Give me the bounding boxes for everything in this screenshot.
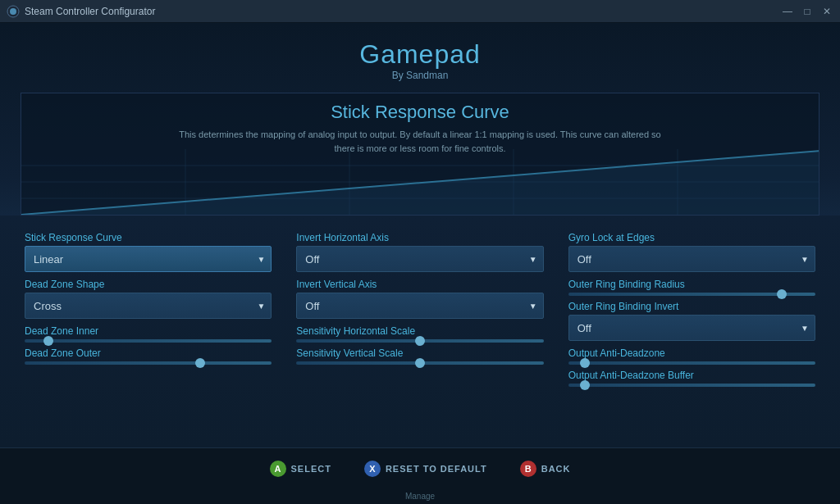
output-anti-deadzone-buffer-slider[interactable] — [568, 384, 815, 387]
invert-horizontal-axis-select[interactable]: Off On — [296, 246, 543, 272]
sensitivity-horizontal-scale-slider[interactable] — [296, 339, 543, 343]
output-anti-deadzone-label: Output Anti-Deadzone — [568, 347, 815, 359]
gyro-lock-at-edges-dropdown-wrapper: Off On ▼ — [568, 246, 815, 272]
stick-response-curve-label: Stick Response Curve — [25, 232, 272, 243]
gyro-lock-at-edges-label: Gyro Lock at Edges — [568, 232, 815, 243]
title-bar-text: Steam Controller Configurator — [25, 6, 776, 17]
output-anti-deadzone-buffer-wrapper — [568, 384, 815, 387]
settings-panel: Stick Response Curve Linear Aggressive R… — [0, 216, 840, 447]
outer-ring-binding-radius-wrapper — [568, 293, 815, 296]
reset-label: RESET TO DEFAULT — [386, 464, 487, 474]
title-bar: Steam Controller Configurator — □ ✕ — [0, 0, 840, 23]
svg-point-1 — [10, 8, 16, 15]
sensitivity-vertical-scale-label: Sensitivity Vertical Scale — [296, 347, 543, 359]
left-column: Stick Response Curve Linear Aggressive R… — [25, 232, 272, 439]
middle-column: Invert Horizontal Axis Off On ▼ Invert V… — [296, 232, 543, 439]
output-anti-deadzone-buffer-label: Output Anti-Deadzone Buffer — [568, 370, 815, 381]
outer-ring-binding-radius-label: Outer Ring Binding Radius — [568, 279, 815, 290]
maximize-button[interactable]: □ — [801, 5, 814, 18]
outer-ring-binding-invert-dropdown-wrapper: Off On ▼ — [568, 315, 815, 341]
back-label: BACK — [541, 464, 571, 474]
reset-icon: X — [364, 461, 381, 477]
game-subtitle: By Sandman — [359, 70, 481, 81]
minimize-button[interactable]: — — [781, 5, 794, 18]
sensitivity-horizontal-scale-wrapper — [296, 339, 543, 343]
game-title: Gamepad — [359, 39, 481, 70]
manage-text: Manage — [0, 488, 840, 504]
steam-icon — [7, 5, 20, 18]
dead-zone-inner-label: Dead Zone Inner — [25, 325, 272, 337]
invert-vertical-axis-select[interactable]: Off On — [296, 293, 543, 319]
sensitivity-vertical-scale-wrapper — [296, 361, 543, 365]
reset-action[interactable]: X RESET TO DEFAULT — [364, 461, 487, 477]
close-button[interactable]: ✕ — [820, 5, 833, 18]
back-action[interactable]: B BACK — [520, 461, 571, 477]
settings-grid: Stick Response Curve Linear Aggressive R… — [25, 232, 815, 439]
sensitivity-vertical-scale-slider[interactable] — [296, 361, 543, 365]
stick-response-curve-dropdown-wrapper: Linear Aggressive Relaxed Wide Extra Wid… — [25, 246, 272, 272]
dead-zone-shape-label: Dead Zone Shape — [25, 279, 272, 290]
curve-visualization — [21, 149, 819, 215]
select-icon: A — [270, 461, 286, 477]
gyro-lock-at-edges-select[interactable]: Off On — [568, 246, 815, 272]
main-content: Gamepad By Sandman Stick Response Curve … — [0, 23, 840, 504]
invert-horizontal-axis-dropdown-wrapper: Off On ▼ — [296, 246, 543, 272]
select-action[interactable]: A SELECT — [270, 461, 331, 477]
outer-ring-binding-invert-select[interactable]: Off On — [568, 315, 815, 341]
output-anti-deadzone-slider[interactable] — [568, 361, 815, 365]
outer-ring-binding-invert-label: Outer Ring Binding Invert — [568, 301, 815, 312]
dead-zone-outer-slider[interactable] — [25, 361, 272, 365]
panel-title: Stick Response Curve — [331, 102, 509, 123]
back-icon: B — [520, 461, 536, 477]
dead-zone-outer-label: Dead Zone Outer — [25, 347, 272, 359]
select-label: SELECT — [291, 464, 331, 474]
output-anti-deadzone-wrapper — [568, 361, 815, 365]
sensitivity-horizontal-scale-label: Sensitivity Horizontal Scale — [296, 325, 543, 337]
invert-vertical-axis-dropdown-wrapper: Off On ▼ — [296, 293, 543, 319]
right-column: Gyro Lock at Edges Off On ▼ Outer Ring B… — [568, 232, 815, 439]
dead-zone-shape-dropdown-wrapper: Cross Circle Square ▼ — [25, 293, 272, 319]
title-bar-buttons: — □ ✕ — [781, 5, 833, 18]
invert-vertical-axis-label: Invert Vertical Axis — [296, 279, 543, 290]
dead-zone-inner-wrapper — [25, 339, 272, 343]
stick-response-curve-select[interactable]: Linear Aggressive Relaxed Wide Extra Wid… — [25, 246, 272, 272]
dead-zone-shape-select[interactable]: Cross Circle Square — [25, 293, 272, 319]
invert-horizontal-axis-label: Invert Horizontal Axis — [296, 232, 543, 243]
top-panel: Gamepad By Sandman Stick Response Curve … — [0, 23, 840, 216]
outer-ring-binding-radius-slider[interactable] — [568, 293, 815, 296]
dead-zone-outer-wrapper — [25, 361, 272, 365]
bottom-bar: A SELECT X RESET TO DEFAULT B BACK — [0, 447, 840, 488]
dead-zone-inner-slider[interactable] — [25, 339, 272, 343]
